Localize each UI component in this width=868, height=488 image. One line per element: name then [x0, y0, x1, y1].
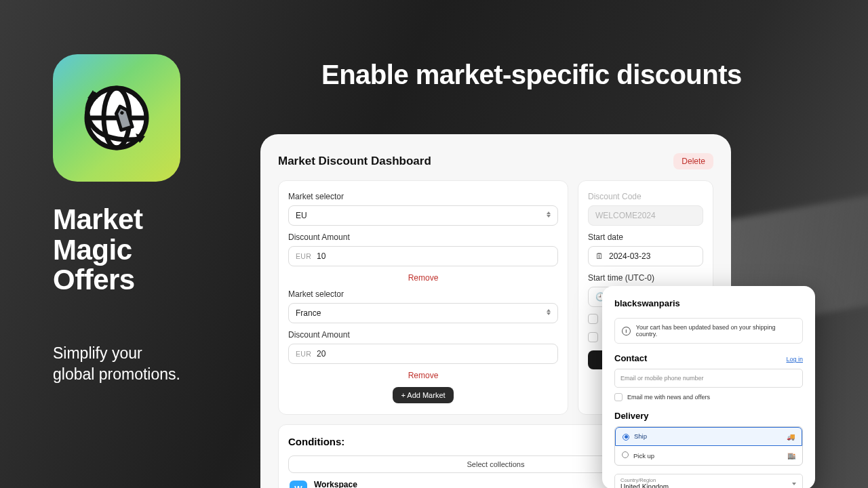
- news-checkbox[interactable]: [614, 393, 623, 401]
- currency-prefix: EUR: [296, 350, 311, 358]
- remove-market-link[interactable]: Remove: [288, 273, 558, 283]
- discount-amount-label: Discount Amount: [288, 232, 558, 242]
- discount-amount-label: Discount Amount: [288, 330, 558, 340]
- tagline: Simplify your global promotions.: [53, 343, 229, 385]
- discount-code-label: Discount Code: [588, 192, 703, 201]
- set-end-checkbox[interactable]: [588, 314, 598, 324]
- market-selector-value: EU: [296, 211, 307, 220]
- market-selector-label: Market selector: [288, 192, 558, 201]
- store-icon: 🏬: [787, 452, 795, 460]
- chevron-updown-icon: [547, 211, 551, 218]
- markets-card: Market selector EU Discount Amount EUR 1…: [278, 180, 568, 415]
- start-date-value: 2024-03-23: [609, 251, 650, 261]
- discount-amount-value: 10: [317, 251, 326, 261]
- headline: Enable market-specific discounts: [321, 60, 742, 90]
- cart-notice: i Your cart has been updated based on yo…: [614, 318, 803, 344]
- truck-icon: 🚚: [787, 433, 795, 441]
- delivery-ship-option[interactable]: Ship 🚚: [615, 427, 802, 446]
- email-input[interactable]: Email or mobile phone number: [614, 369, 803, 388]
- app-name: Market Magic Offers: [53, 205, 229, 296]
- add-market-button[interactable]: + Add Market: [393, 387, 453, 403]
- start-time-label: Start time (UTC-0): [588, 273, 703, 283]
- radio-on-icon: [623, 434, 629, 441]
- discount-code-input[interactable]: WELCOME2024: [588, 205, 703, 226]
- delivery-title: Delivery: [614, 411, 803, 421]
- login-link[interactable]: Log in: [786, 356, 803, 363]
- remove-market-link[interactable]: Remove: [288, 371, 558, 380]
- app-icon: [53, 54, 180, 182]
- delivery-options: Ship 🚚 Pick up 🏬: [614, 426, 803, 466]
- market-selector-value: France: [296, 308, 321, 318]
- discount-amount-input[interactable]: EUR 20: [288, 344, 558, 364]
- chevron-down-icon: [792, 483, 796, 485]
- apply-checkbox[interactable]: [588, 332, 598, 342]
- radio-off-icon: [622, 451, 629, 458]
- cart-notice-text: Your cart has been updated based on your…: [636, 324, 795, 338]
- country-select[interactable]: Country/Region United Kingdom: [614, 474, 803, 488]
- market-selector[interactable]: EU: [288, 205, 558, 226]
- market-selector-label: Market selector: [288, 289, 558, 299]
- discount-amount-value: 20: [317, 349, 326, 359]
- news-label: Email me with news and offers: [627, 394, 710, 401]
- start-date-input[interactable]: 🗓 2024-03-23: [588, 246, 703, 266]
- store-name: blackswanparis: [614, 298, 803, 308]
- country-label: Country/Region: [620, 477, 797, 483]
- currency-prefix: EUR: [296, 252, 311, 260]
- info-icon: i: [622, 327, 631, 336]
- dashboard-title: Market Discount Dashboard: [278, 155, 431, 168]
- workspace-name: Workspace: [314, 480, 357, 488]
- workspace-icon: W: [290, 481, 307, 488]
- contact-title: Contact: [614, 353, 647, 363]
- delete-button[interactable]: Delete: [673, 153, 713, 169]
- chevron-updown-icon: [547, 309, 551, 315]
- discount-code-value: WELCOME2024: [595, 211, 656, 220]
- country-value: United Kingdom: [620, 483, 797, 488]
- market-selector[interactable]: France: [288, 303, 558, 323]
- calendar-icon: 🗓: [595, 251, 604, 261]
- discount-amount-input[interactable]: EUR 10: [288, 246, 558, 266]
- delivery-pickup-option[interactable]: Pick up 🏬: [615, 446, 802, 465]
- checkout-preview: blackswanparis i Your cart has been upda…: [602, 286, 815, 488]
- start-date-label: Start date: [588, 232, 703, 242]
